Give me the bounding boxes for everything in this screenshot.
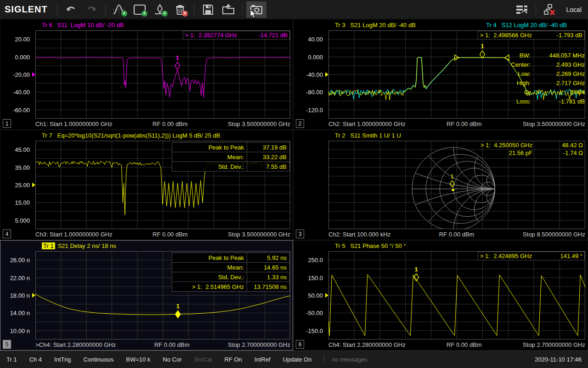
channel-span: Ch2: Start 100.000 kHz (328, 231, 390, 238)
trace-title[interactable]: Tr 5 S21 Phase 50 °/ 50 ° (335, 242, 406, 249)
plus-badge: + (121, 11, 127, 17)
panel-5[interactable]: Tr 1S21 Delay 2 ns/ 18 ns26.00 n22.00 n1… (0, 240, 293, 351)
toolbar-separator (105, 4, 106, 16)
save-icon (202, 4, 214, 16)
toolbar-separator (57, 4, 57, 16)
panel-2[interactable]: Tr 3 S21 LogM 20 dB/ -40 dBTr 4 S12 LogM… (293, 19, 588, 130)
plot-area[interactable]: 1> 1: 4.250050 GHz48.42 Ω21.56 pF-1.74 Ω (328, 141, 585, 229)
panel-6[interactable]: Tr 5 S21 Phase 50 °/ 50 °250.0150.050.00… (293, 240, 588, 351)
window-number-badge[interactable]: 6 (296, 340, 304, 349)
status-item-bw-10-k[interactable]: BW=10 k (126, 356, 150, 363)
redo-button[interactable] (81, 1, 102, 18)
delete-button[interactable]: × (170, 1, 190, 18)
stop-frequency: Stop 8.500000000 GHz (523, 231, 585, 238)
panel-4-header: Tr 7 Eq=20*log10(S21/sqrt(1-pow(abs(S11)… (0, 132, 293, 140)
y-axis-labels: 250.0150.050.00-50.00-150.0 (294, 251, 326, 339)
window-number-badge[interactable]: 5 (3, 340, 11, 349)
channel-span: Ch2: Start 1.000000000 GHz (328, 121, 406, 127)
panel-4[interactable]: Tr 7 Eq=20*log10(S21/sqrt(1-pow(abs(S11)… (0, 130, 293, 240)
system-status-button[interactable] (512, 1, 532, 18)
channel-span: Ch4: Start 2.280000000 GHz (328, 341, 406, 348)
trace-title[interactable]: S21 Delay 2 ns/ 18 ns (58, 242, 116, 249)
network-button[interactable] (540, 1, 560, 18)
plot-area[interactable]: 1> 1: 2.392774 GHz-14.721 dB (35, 30, 290, 119)
undo-button[interactable] (61, 1, 81, 18)
y-axis-labels (294, 141, 326, 229)
panel-1-header: Tr 6 S11 LogM 10 dB/ -20 dB (0, 22, 293, 30)
svg-text:1: 1 (176, 54, 179, 61)
status-item-inttrig[interactable]: IntTrig (54, 356, 71, 363)
add-marker-button[interactable]: + (150, 1, 170, 18)
add-window-button[interactable]: + (130, 1, 150, 18)
rf-power: RF 0.00 dBm (154, 341, 190, 348)
active-trace-chip[interactable]: Tr 1 (42, 242, 55, 249)
panel-5-footer: 5>Ch4: Start 2.280000000 GHzRF 0.00 dBmS… (0, 339, 293, 350)
mouse-cursor (250, 9, 257, 18)
stop-frequency: Stop 2.700000000 GHz (228, 341, 290, 348)
toolbar-separator (242, 4, 243, 16)
panel-2-header: Tr 3 S21 LogM 20 dB/ -40 dBTr 4 S12 LogM… (294, 22, 588, 30)
plot-area[interactable]: 1Peak to Peak5.92 nsMean:14.65 nsStd. De… (35, 251, 290, 339)
stop-frequency: Stop 3.500000000 GHz (228, 231, 290, 238)
y-axis-labels: 45.0035.0025.0015.005.000 (0, 141, 33, 229)
local-label: Local (566, 6, 582, 13)
toolbar-separator (194, 4, 194, 16)
marker-readout: > 1: 2.424895 GHz141.49 ° (478, 252, 585, 260)
status-item-rf-on[interactable]: RF On (225, 356, 242, 363)
trace-title[interactable]: Tr 4 S12 LogM 20 dB/ -40 dB (486, 22, 567, 29)
redo-icon (86, 5, 97, 15)
x-badge: × (182, 11, 188, 17)
recall-button[interactable] (218, 1, 238, 18)
window-number-badge[interactable]: 1 (3, 119, 11, 128)
panel-4-footer: 4Ch3: Start 1.000000000 GHzRF 0.00 dBmSt… (0, 229, 293, 240)
svg-text:1: 1 (451, 173, 454, 180)
status-item-no-cor[interactable]: No Cor (163, 356, 181, 363)
panel-3-header: Tr 2 S11 Smith 1 U/ 1 U (294, 132, 588, 140)
trace-title[interactable]: Tr 2 S11 Smith 1 U/ 1 U (335, 132, 401, 139)
panel-3[interactable]: Tr 2 S11 Smith 1 U/ 1 U1> 1: 4.250050 GH… (293, 130, 588, 240)
y-axis-labels: 20.000.000-20.00-40.00-60.00 (0, 30, 33, 119)
rf-power: RF 0.00 dBm (447, 121, 482, 127)
svg-text:1: 1 (481, 43, 484, 50)
status-item-srccal[interactable]: SrcCal (194, 356, 212, 363)
siglent-logo: SIGLENT (0, 4, 53, 15)
status-item-update-on[interactable]: Update On (283, 356, 312, 363)
panel-1-footer: 1Ch1: Start 1.000000000 GHzRF 0.00 dBmSt… (0, 118, 293, 129)
plot-area[interactable]: 1> 1: 2.498566 GHz-1.793 dBBW:448.057 MH… (328, 30, 585, 119)
clock: 2020-11-10 17:46 (535, 356, 582, 363)
trace-title[interactable]: Tr 3 S21 LogM 20 dB/ -40 dB (335, 22, 416, 29)
panel-1[interactable]: Tr 6 S11 LogM 10 dB/ -20 dB20.000.000-20… (0, 19, 293, 130)
y-axis-labels: 40.000.000-40.00-80.00-120.0 (294, 30, 326, 119)
plot-area[interactable]: 1> 1: 2.424895 GHz141.49 ° (328, 251, 585, 339)
channel-span: Ch1: Start 1.000000000 GHz (35, 121, 113, 127)
channel-span: Ch3: Start 1.000000000 GHz (35, 231, 113, 238)
window-number-badge[interactable]: 4 (3, 230, 11, 238)
panel-grid: Tr 6 S11 LogM 10 dB/ -20 dB20.000.000-20… (0, 19, 588, 351)
stop-frequency: Stop 2.700000000 GHz (523, 341, 585, 348)
task-list-icon (515, 4, 528, 15)
trace-statistics: Peak to Peak37.19 dBMean:33.22 dBStd. De… (172, 142, 290, 172)
add-trace-button[interactable]: + (109, 1, 130, 18)
panel-2-footer: 2Ch2: Start 1.000000000 GHzRF 0.00 dBmSt… (294, 118, 588, 129)
status-separator (324, 355, 324, 364)
status-item-tr-1[interactable]: Tr 1 (6, 356, 17, 363)
trace-title[interactable]: Tr 7 Eq=20*log10(S21/sqrt(1-pow(abs(S11)… (42, 132, 220, 139)
rf-power: RF 0.00 dBm (153, 121, 188, 127)
stop-frequency: Stop 3.500000000 GHz (228, 121, 290, 127)
marker-readout: > 1: 4.250050 GHz48.42 Ω21.56 pF-1.74 Ω (479, 141, 585, 157)
status-item-continuous[interactable]: Continuous (83, 356, 113, 363)
plot-area[interactable]: Peak to Peak37.19 dBMean:33.22 dBStd. De… (35, 141, 290, 229)
trace-title[interactable]: Tr 6 S11 LogM 10 dB/ -20 dB (42, 22, 124, 29)
trace-statistics: Peak to Peak5.92 nsMean:14.65 nsStd. Dev… (172, 253, 290, 292)
marker-readout: > 1: 2.498566 GHz-1.793 dB (478, 31, 585, 40)
window-number-badge[interactable]: 3 (296, 230, 304, 238)
status-item-ch-4[interactable]: Ch 4 (29, 356, 42, 363)
stop-frequency: Stop 3.500000000 GHz (523, 121, 585, 127)
rf-power: RF 0.00 dBm (447, 341, 482, 348)
save-button[interactable] (198, 1, 218, 18)
window-number-badge[interactable]: 2 (296, 119, 304, 128)
status-message: no messages (332, 356, 367, 363)
rf-power: RF 0.00 dBm (153, 231, 188, 238)
status-item-intref[interactable]: IntRef (254, 356, 271, 363)
status-bar: Tr 1Ch 4IntTrigContinuousBW=10 kNo CorSr… (0, 351, 588, 368)
